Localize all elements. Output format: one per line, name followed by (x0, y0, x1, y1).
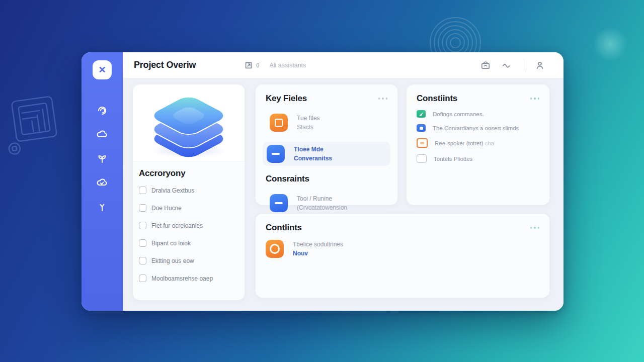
more-menu-icon[interactable] (378, 98, 388, 100)
sidebar-item-cloud-check[interactable] (92, 176, 112, 189)
chart-doodle (3, 80, 78, 181)
now-link[interactable]: Nouv (293, 249, 343, 258)
app-window: ✕ (82, 52, 564, 311)
constraint-row[interactable]: Ree-spoker (totret) cha (417, 138, 539, 148)
checkbox-icon[interactable] (139, 222, 146, 229)
export-icon[interactable] (244, 61, 253, 70)
overview-heading: Accroryony (139, 168, 238, 178)
profile-icon[interactable] (535, 61, 544, 70)
top-header: Project Overiw 0 (123, 52, 564, 78)
sidebar-item-swirl[interactable] (92, 104, 112, 117)
checkbox-icon[interactable] (139, 187, 146, 194)
checkbox-icon[interactable] (139, 204, 146, 212)
checklist-item[interactable]: Flet fur ocreioanies (139, 222, 238, 229)
content-item[interactable]: Tbelice sodultrines Nouv (266, 240, 539, 258)
inbox-icon[interactable] (480, 61, 491, 70)
branch-icon (96, 201, 108, 213)
sidebar-item-plant[interactable] (92, 152, 112, 165)
ring-icon (266, 240, 284, 258)
key-file-item[interactable]: Tue ftles Stacls (266, 111, 387, 135)
app-logo-icon[interactable]: ✕ (93, 60, 112, 79)
checkbox-icon[interactable] (139, 239, 146, 247)
key-file-item-selected[interactable]: Tloee Mde Converanitss (263, 142, 390, 166)
glow-blob (592, 28, 629, 60)
contents-heading: Contlints (266, 223, 302, 233)
contents-card: Contlints Tbelice sodultrines Nouv (256, 214, 549, 298)
checklist-item[interactable]: Moolboamsrehse oaep (139, 275, 238, 282)
layers-illustration (133, 84, 245, 161)
constraint-row[interactable]: The Corvardianys a oosert slimds (417, 124, 539, 132)
constraint-row[interactable]: Dofings commanes. (417, 110, 539, 118)
swirl-icon (96, 104, 108, 116)
constraint-row[interactable]: Tontels Pliottes (417, 154, 539, 163)
empty-checkbox-icon[interactable] (417, 154, 427, 163)
attachment-count: 0 (256, 62, 259, 68)
checkbox-icon[interactable] (139, 275, 146, 282)
header-divider (524, 60, 524, 71)
doc-badge-icon (417, 138, 428, 148)
constraints-heading: Constiints (417, 94, 457, 104)
key-files-card: Key Fieles Tue ftles Stacls Tloee Md (256, 84, 397, 205)
constraints-subheading: Consraints (266, 174, 387, 184)
activity-wave-icon[interactable] (502, 62, 513, 69)
search-input[interactable] (268, 61, 381, 69)
more-menu-icon[interactable] (530, 98, 540, 100)
content-area: Accroryony Dralvia Gextbus Doe Hucne Fle… (123, 78, 564, 311)
constraint-minus-icon (270, 194, 288, 212)
desktop-background: ✕ (0, 0, 644, 362)
constraints-card: Constiints Dofings commanes. The Corvard… (407, 84, 549, 205)
file-square-icon (270, 114, 288, 132)
checklist-item[interactable]: Dralvia Gextbus (139, 187, 238, 194)
sidebar-item-cloud[interactable] (92, 128, 112, 141)
page-title: Project Overiw (134, 60, 196, 70)
cloud-check-icon (96, 177, 109, 188)
checklist-item[interactable]: Bipant co loiok (139, 239, 238, 247)
checklist-item[interactable]: Doe Hucne (139, 204, 238, 212)
sidebar: ✕ (82, 52, 123, 311)
sidebar-item-branch[interactable] (92, 200, 112, 213)
overview-card: Accroryony Dralvia Gextbus Doe Hucne Fle… (133, 84, 245, 300)
checkbox-icon[interactable] (139, 257, 146, 264)
checklist-item[interactable]: Ektting ous eow (139, 257, 238, 264)
plant-icon (96, 152, 108, 164)
file-minus-icon (267, 145, 285, 163)
key-files-heading: Key Fieles (266, 94, 307, 104)
comment-badge-icon (417, 124, 426, 132)
arrow-badge-icon (417, 110, 426, 118)
cloud-icon (96, 129, 109, 140)
constraint-item[interactable]: Tooi / Runine (Crvoatatowension (266, 191, 387, 215)
more-menu-icon[interactable] (530, 227, 540, 229)
